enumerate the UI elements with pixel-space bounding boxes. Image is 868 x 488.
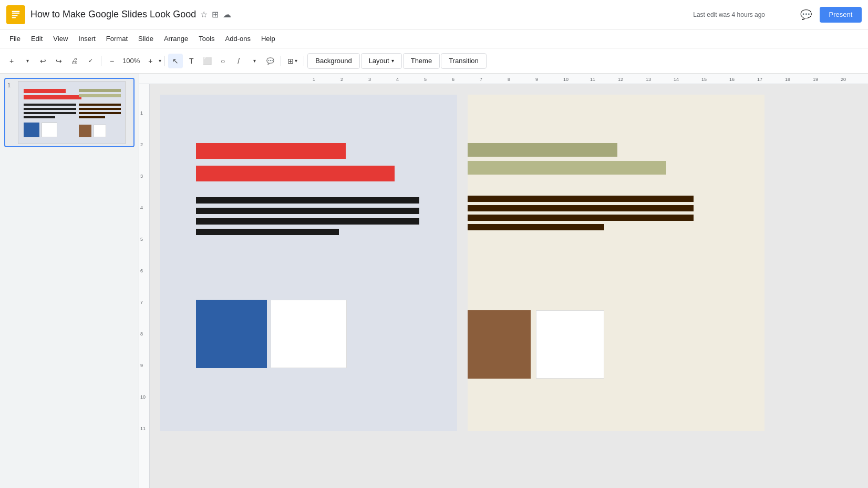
layout-button[interactable]: Layout ▾: [361, 53, 402, 69]
document-title[interactable]: How to Make Google Slides Look Good: [30, 9, 196, 20]
ruler-mark-2: 3: [368, 77, 371, 82]
theme-brown-line-1: [468, 196, 694, 202]
separator-1: [101, 56, 101, 66]
line-tool[interactable]: /: [231, 54, 246, 68]
slide-blue-square: [196, 300, 267, 368]
transition-button[interactable]: Transition: [441, 53, 487, 69]
svg-rect-0: [12, 11, 20, 12]
theme-button[interactable]: Theme: [403, 53, 440, 69]
more-button[interactable]: ▾: [20, 54, 35, 68]
menu-arrange[interactable]: Arrange: [159, 33, 193, 45]
ruler-mark-5: 6: [452, 77, 454, 82]
slide-number: 1: [7, 81, 15, 88]
mini-black-bar-4: [24, 116, 55, 118]
menu-edit[interactable]: Edit: [26, 33, 48, 45]
mini-black-bar-1: [24, 104, 76, 106]
slide-black-line-4: [196, 229, 339, 235]
more-shapes-btn[interactable]: ▾: [247, 54, 262, 68]
zoom-label: 100%: [120, 57, 142, 65]
zoom-out-button[interactable]: −: [105, 54, 119, 68]
mini-white-square: [42, 123, 57, 137]
mini-brown-bar-2: [79, 108, 121, 110]
ruler-mark-1: 2: [340, 77, 343, 82]
svg-rect-1: [12, 13, 20, 14]
mini-blue-square: [24, 123, 39, 137]
ruler-mark-0: 1: [313, 77, 315, 82]
add-button[interactable]: +: [4, 54, 19, 68]
slide-black-line-3: [196, 218, 419, 225]
mini-black-bar-3: [24, 112, 76, 114]
vruler-6: 6: [140, 268, 143, 273]
ruler-mark-4: 5: [424, 77, 427, 82]
slides-canvas: [150, 84, 868, 488]
title-bar: How to Make Google Slides Look Good ☆ ⊞ …: [0, 0, 868, 29]
ruler-mark-14: 15: [701, 77, 707, 82]
mini-brown-bar-4: [79, 116, 105, 118]
present-icon[interactable]: ⊞: [212, 9, 219, 19]
menu-format[interactable]: Format: [101, 33, 133, 45]
slide-right-theme[interactable]: [468, 95, 764, 431]
menu-help[interactable]: Help: [256, 33, 281, 45]
redo-button[interactable]: ↪: [51, 54, 66, 68]
cloud-icon[interactable]: ☁: [223, 9, 231, 19]
ruler-mark-7: 8: [508, 77, 510, 82]
vruler-9: 9: [140, 363, 143, 368]
ruler-mark-10: 11: [590, 77, 595, 82]
background-button[interactable]: Background: [307, 53, 359, 69]
separator-4: [304, 56, 304, 66]
ruler-mark-19: 20: [841, 77, 846, 82]
slide-red-bar-1: [196, 143, 346, 159]
layout-helper-btn[interactable]: ⊞ ▾: [284, 54, 301, 68]
layout-arrow-icon: ▾: [391, 58, 394, 64]
slide-left[interactable]: [160, 95, 457, 431]
slide-panel: 1: [0, 74, 139, 488]
theme-white-square: [536, 310, 604, 379]
print-button[interactable]: 🖨: [67, 54, 82, 68]
ruler-mark-16: 17: [757, 77, 762, 82]
theme-green-bar-1: [468, 143, 617, 157]
cursor-tool[interactable]: ↖: [168, 54, 183, 68]
comment-tool[interactable]: 💬: [263, 54, 277, 68]
slide-thumbnail-1[interactable]: 1: [4, 78, 135, 147]
ruler-mark-6: 7: [480, 77, 482, 82]
menu-insert[interactable]: Insert: [73, 33, 101, 45]
image-tool[interactable]: ⬜: [200, 54, 214, 68]
star-icon[interactable]: ☆: [200, 9, 208, 19]
zoom-in-button[interactable]: +: [143, 54, 158, 68]
menu-slide[interactable]: Slide: [133, 33, 159, 45]
slide-white-square: [271, 300, 347, 368]
ruler-mark-3: 4: [396, 77, 399, 82]
vruler-5: 5: [140, 237, 143, 242]
shape-tool[interactable]: ○: [215, 54, 230, 68]
present-button[interactable]: Present: [820, 7, 862, 23]
svg-rect-2: [12, 15, 18, 16]
vruler-11: 11: [140, 426, 146, 431]
mini-brown-bar-1: [79, 104, 121, 106]
ruler-mark-15: 16: [729, 77, 735, 82]
vruler-8: 8: [140, 331, 143, 337]
last-edit-label: Last edit was 4 hours ago: [693, 11, 786, 18]
ruler-mark-18: 19: [813, 77, 818, 82]
ruler-mark-12: 13: [646, 77, 651, 82]
menu-view[interactable]: View: [48, 33, 73, 45]
slide-black-line-2: [196, 208, 419, 214]
vruler-2: 2: [140, 142, 143, 147]
menu-addons[interactable]: Add-ons: [220, 33, 256, 45]
vruler-1: 1: [140, 110, 143, 116]
spellcheck-button[interactable]: ✓: [83, 54, 98, 68]
vertical-ruler: 1 2 3 4 5 6 7 8 9 10 11: [139, 84, 150, 488]
undo-button[interactable]: ↩: [36, 54, 50, 68]
ruler-mark-11: 12: [618, 77, 623, 82]
zoom-dropdown-icon[interactable]: ▾: [159, 58, 161, 64]
menu-tools[interactable]: Tools: [193, 33, 220, 45]
mini-green-bar-1: [79, 89, 121, 92]
theme-green-bar-2: [468, 161, 666, 175]
vruler-7: 7: [140, 300, 143, 305]
zoom-control[interactable]: − 100% + ▾: [105, 54, 161, 68]
ruler-mark-13: 14: [674, 77, 679, 82]
mini-red-bar-2: [24, 95, 81, 99]
menu-file[interactable]: File: [4, 33, 26, 45]
comment-button[interactable]: 💬: [797, 5, 815, 24]
text-tool[interactable]: T: [184, 54, 199, 68]
ruler-mark-8: 9: [535, 77, 538, 82]
